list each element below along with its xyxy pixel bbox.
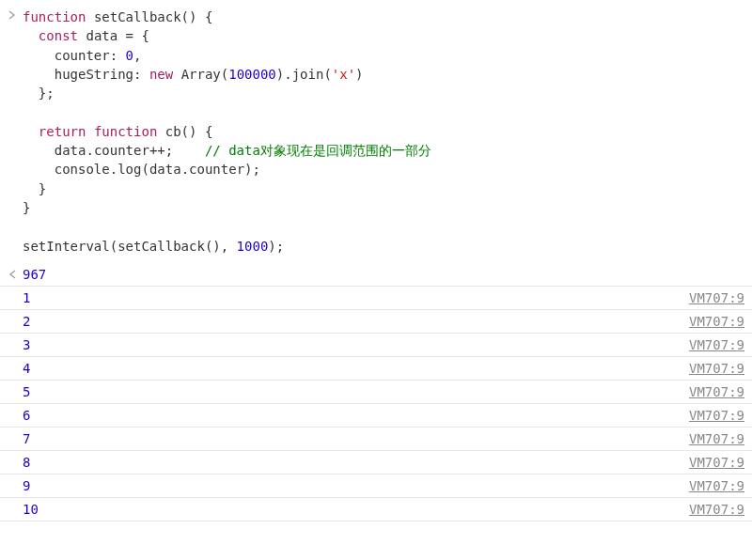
log-source-link[interactable]: VM707:9 xyxy=(689,408,744,423)
log-source-link[interactable]: VM707:9 xyxy=(689,502,744,517)
console-log-row: 6VM707:9 xyxy=(0,403,752,427)
console-input-block: function setCallback() { const data = { … xyxy=(0,6,752,265)
input-prompt-icon xyxy=(8,8,23,20)
log-source-link[interactable]: VM707:9 xyxy=(689,431,744,446)
console-log-row: 1VM707:9 xyxy=(0,286,752,309)
log-value: 4 xyxy=(23,361,30,376)
console-log-row: 3VM707:9 xyxy=(0,333,752,356)
log-source-link[interactable]: VM707:9 xyxy=(689,314,744,329)
log-value: 5 xyxy=(23,384,30,399)
log-source-link[interactable]: VM707:9 xyxy=(689,361,744,376)
devtools-console: function setCallback() { const data = { … xyxy=(0,0,752,521)
log-value: 10 xyxy=(23,502,39,517)
log-value: 3 xyxy=(23,337,30,352)
log-value: 9 xyxy=(23,478,30,493)
console-log-row: 5VM707:9 xyxy=(0,380,752,403)
log-value: 6 xyxy=(23,408,30,423)
return-value: 967 xyxy=(23,267,46,282)
log-source-link[interactable]: VM707:9 xyxy=(689,384,744,399)
log-value: 1 xyxy=(23,290,30,305)
console-log-row: 7VM707:9 xyxy=(0,427,752,450)
console-return-row: 967 xyxy=(0,265,752,286)
log-value: 8 xyxy=(23,455,30,470)
log-value: 7 xyxy=(23,431,30,446)
console-log-row: 4VM707:9 xyxy=(0,356,752,380)
console-log-row: 8VM707:9 xyxy=(0,450,752,474)
console-log-row: 2VM707:9 xyxy=(0,309,752,333)
log-value: 2 xyxy=(23,314,30,329)
log-source-link[interactable]: VM707:9 xyxy=(689,290,744,305)
console-log-row: 9VM707:9 xyxy=(0,474,752,497)
console-log-list: 1VM707:92VM707:93VM707:94VM707:95VM707:9… xyxy=(0,286,752,521)
log-source-link[interactable]: VM707:9 xyxy=(689,478,744,493)
output-caret-icon xyxy=(8,269,23,279)
log-source-link[interactable]: VM707:9 xyxy=(689,455,744,470)
console-log-row: 10VM707:9 xyxy=(0,497,752,521)
console-code-input[interactable]: function setCallback() { const data = { … xyxy=(23,8,744,256)
log-source-link[interactable]: VM707:9 xyxy=(689,337,744,352)
